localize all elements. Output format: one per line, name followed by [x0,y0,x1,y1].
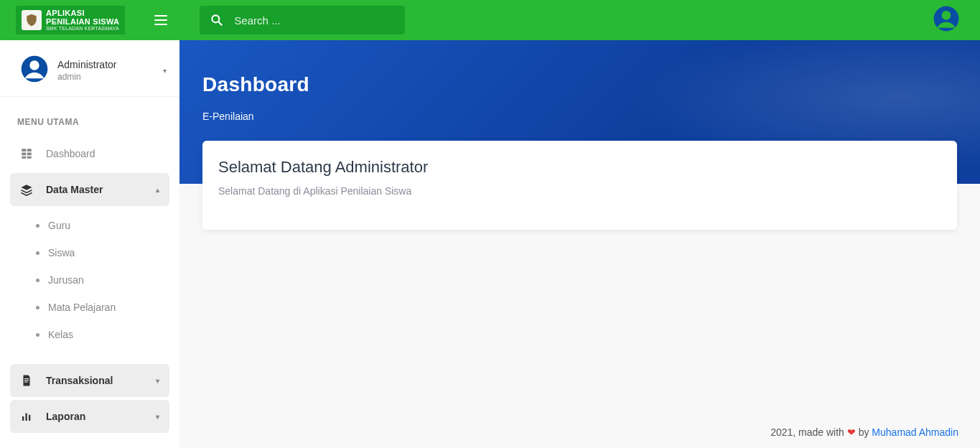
svg-rect-13 [24,380,29,381]
brand-text: APLIKASI PENILAIAN SISWA SMK TELADAN KER… [46,9,119,32]
svg-rect-16 [26,414,27,421]
page-title: Dashboard [202,73,957,96]
sidebar-item-dashboard[interactable]: Dashboard [10,137,169,170]
heart-icon: ❤ [847,426,856,438]
bullet-icon [36,251,39,255]
chevron-up-icon: ▴ [156,186,159,194]
user-role: admin [57,72,154,82]
svg-rect-7 [27,149,32,151]
hamburger-icon [152,11,169,29]
svg-rect-10 [22,157,26,159]
sidebar-item-label: Transaksional [46,375,143,386]
submenu-label: Kelas [48,329,73,340]
chart-icon [20,410,33,423]
svg-line-1 [219,22,222,25]
submenu-item-guru[interactable]: Guru [0,212,179,239]
breadcrumb[interactable]: E-Penilaian [202,111,957,122]
svg-rect-15 [22,416,24,421]
svg-rect-12 [24,378,29,379]
search-input[interactable] [234,14,395,27]
svg-rect-8 [22,153,26,156]
submenu-item-siswa[interactable]: Siswa [0,239,179,266]
svg-rect-11 [27,157,32,159]
chevron-down-icon: ▾ [156,377,159,385]
sidebar: Administrator admin ▾ MENU UTAMA Dashboa… [0,40,179,448]
footer-by: by [856,426,872,438]
search-box[interactable] [200,6,405,34]
brand-logo[interactable]: APLIKASI PENILAIAN SISWA SMK TELADAN KER… [16,6,125,34]
sidebar-item-label: Dashboard [46,148,159,159]
submenu-label: Siswa [48,247,75,258]
submenu-item-jurusan[interactable]: Jurusan [0,266,179,294]
footer-author-link[interactable]: Muhamad Ahmadin [872,426,958,438]
bullet-icon [36,224,39,228]
svg-point-3 [942,11,951,20]
card-body: Selamat Datang di Aplikasi Penilaian Sis… [218,185,941,197]
submenu-item-kelas[interactable]: Kelas [0,321,179,348]
chevron-down-icon: ▾ [163,67,167,75]
bullet-icon [36,279,39,282]
avatar [20,55,49,86]
brand-line1: APLIKASI [46,9,119,17]
svg-point-5 [29,60,39,70]
chevron-down-icon: ▾ [156,413,159,421]
footer-year: 2021 [770,426,793,438]
menu-section-title: MENU UTAMA [0,100,179,134]
submenu-item-mata-pelajaran[interactable]: Mata Pelajaran [0,294,179,321]
submenu-label: Guru [48,220,70,231]
document-icon [20,374,33,387]
bullet-icon [36,306,39,309]
shield-icon [24,13,39,27]
sidebar-item-laporan[interactable]: Laporan ▾ [10,400,169,433]
sidebar-item-label: Data Master [46,184,143,195]
bullet-icon [36,333,39,337]
footer: 2021, made with ❤ by Muhamad Ahmadin [770,426,958,438]
sidebar-item-transaksional[interactable]: Transaksional ▾ [10,364,169,397]
user-name: Administrator [57,59,154,70]
brand-emblem [22,10,42,30]
sidebar-item-data-master[interactable]: Data Master ▴ [10,173,169,206]
submenu-label: Jurusan [48,274,84,286]
card-title: Selamat Datang Administrator [218,158,941,177]
svg-rect-14 [24,382,28,383]
topbar: APLIKASI PENILAIAN SISWA SMK TELADAN KER… [0,0,980,40]
sidebar-toggle[interactable] [152,11,169,29]
user-circle-icon [933,5,960,32]
sidebar-item-label: Laporan [46,411,143,422]
grid-icon [20,147,33,160]
brand-line3: SMK TELADAN KERTASMAYA [46,26,119,32]
main-content: Dashboard E-Penilaian [179,40,980,448]
user-circle-icon [20,55,49,83]
svg-rect-9 [27,153,32,156]
welcome-card: Selamat Datang Administrator Selamat Dat… [202,141,957,230]
sidebar-user-row[interactable]: Administrator admin ▾ [0,50,179,97]
user-menu-button[interactable] [933,5,960,35]
brand-line2: PENILAIAN SISWA [46,17,119,26]
data-master-submenu: Guru Siswa Jurusan Mata Pelajaran Kelas [0,209,179,361]
svg-rect-17 [29,415,30,421]
footer-madewith: , made with [793,426,846,438]
search-icon [210,13,224,27]
layers-icon [20,183,33,196]
svg-rect-6 [22,149,26,151]
submenu-label: Mata Pelajaran [48,302,116,313]
